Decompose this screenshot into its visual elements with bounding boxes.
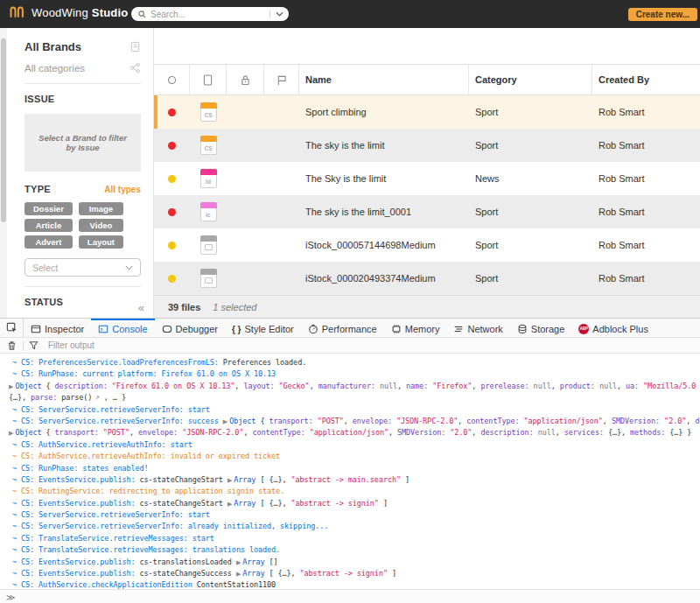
filter-output-input[interactable]: Filter output	[48, 340, 94, 350]
type-select-dropdown[interactable]: Select	[24, 258, 141, 277]
console-text: ~ CS: PreferencesService.loadPreferences…	[12, 358, 219, 367]
table-row[interactable]: IdThe Sky is the limitNewsRob Smart	[154, 162, 700, 195]
filter-icon[interactable]	[29, 340, 38, 350]
console-text: {	[256, 417, 269, 425]
all-categories-row[interactable]: All categories	[24, 62, 141, 74]
console-text: ,	[556, 428, 564, 437]
tab-label: Style Editor	[245, 324, 294, 334]
console-text: prerelease:	[480, 382, 528, 390]
type-filter-layout[interactable]: Layout	[79, 235, 123, 249]
table-row[interactable]: iStock_000020493374MediumSportRob Smart	[154, 262, 700, 295]
console-text: contentType:	[466, 417, 519, 425]
console-text: "2.0"	[660, 417, 686, 425]
console-text: ~ CS: ServerService.retrieveServerInfo: …	[12, 417, 223, 425]
categories-share-icon[interactable]	[130, 62, 141, 74]
table-row[interactable]: IcThe sky is the limit_0001SportRob Smar…	[154, 195, 700, 228]
console-text: "JSON-RPC-2.0"	[392, 417, 458, 425]
collapse-sidebar-icon[interactable]: «	[138, 301, 144, 314]
console-text: "POST"	[99, 428, 130, 437]
tab-memory[interactable]: Memory	[384, 319, 447, 337]
jump-to-definition-icon[interactable]: ↗	[92, 394, 99, 402]
console-text: "application/json"	[305, 428, 388, 437]
name-column-header[interactable]: Name	[299, 65, 469, 95]
console-text: parse:	[31, 393, 57, 402]
file-created-by: Rob Smart	[592, 207, 700, 217]
console-text: "abstract -> signin"	[300, 569, 388, 578]
console-text: ,	[310, 382, 318, 390]
file-type-label: CS	[204, 145, 212, 151]
pick-element-icon[interactable]	[0, 319, 24, 337]
console-message: ~ CS: EventsService.publish: cs-stateCha…	[0, 498, 700, 509]
search-input[interactable]: Search...	[131, 7, 289, 21]
tab-adblock-plus[interactable]: ABPAdblock Plus	[571, 319, 655, 337]
tab-label: Debugger	[176, 324, 218, 334]
type-filter-image[interactable]: Image	[79, 202, 123, 215]
console-icon	[98, 324, 108, 334]
tab-network[interactable]: Network	[446, 319, 509, 337]
category-column-header[interactable]: Category	[469, 65, 592, 95]
flag-column-header[interactable]	[264, 65, 299, 95]
tab-label: Performance	[322, 324, 377, 334]
all-brands-row[interactable]: All Brands	[24, 40, 141, 53]
console-text: ,	[344, 417, 353, 425]
status-dot-icon	[168, 208, 176, 216]
tab-label: Console	[112, 324, 147, 334]
file-created-by: Rob Smart	[592, 173, 700, 184]
lock-column-header[interactable]	[227, 65, 264, 95]
tab-storage[interactable]: Storage	[510, 319, 572, 337]
tab-debugger[interactable]: Debugger	[155, 319, 225, 337]
type-filter-video[interactable]: Video	[79, 219, 123, 232]
scrollbar-thumb[interactable]	[1, 39, 6, 222]
type-filter-dossier[interactable]: Dossier	[24, 202, 73, 215]
createdby-column-header[interactable]: Created By	[592, 65, 700, 95]
console-text: ~ CS: EventsService.publish:	[12, 569, 140, 578]
console-text: ~ CS: TranslateService.retrieveMessages:…	[12, 545, 280, 554]
console-text: "abstract -> signin"	[291, 499, 379, 508]
tab-console[interactable]: Console	[91, 319, 154, 337]
console-input-row[interactable]: ≫	[0, 589, 700, 603]
console-text: , … }	[100, 393, 126, 402]
console-text: [ {…},	[256, 475, 290, 484]
filetype-column-header[interactable]	[190, 65, 227, 95]
console-text: envelope:	[353, 417, 392, 425]
console-text: transport:	[269, 417, 312, 425]
table-row[interactable]: CSThe sky is the limitSportRob Smart	[154, 129, 700, 162]
console-message: ~ CS: EventsService.publish: cs-stateCha…	[0, 568, 700, 579]
console-text: ]	[401, 475, 410, 484]
select-chevron-icon	[125, 265, 133, 270]
sidebar-scrollbar[interactable]	[0, 28, 7, 318]
console-text: ,	[458, 417, 466, 425]
table-row[interactable]: CSSport climbingSportRob Smart	[154, 95, 700, 129]
create-new-button[interactable]: Create new...	[628, 8, 697, 21]
console-output: ~ CS: PreferencesService.loadPreferences…	[0, 354, 700, 589]
clear-console-icon[interactable]	[7, 340, 17, 351]
console-text: ~ CS: RunPhase: current platform: Firefo…	[12, 369, 276, 378]
file-category: Sport	[469, 273, 592, 284]
console-text: []	[264, 557, 277, 566]
search-dropdown-chevron-icon[interactable]	[276, 11, 284, 17]
console-text: ,	[397, 382, 406, 390]
console-message: ~ CS: ServerService.retrieveServerInfo: …	[0, 521, 700, 532]
status-column-header[interactable]	[154, 65, 190, 95]
tab-inspector[interactable]: Inspector	[24, 319, 91, 337]
woodwing-logo-icon	[9, 5, 26, 19]
console-message: ▶ Object { transport: "POST", envelope: …	[0, 427, 700, 438]
debugger-icon	[162, 324, 172, 334]
type-filter-article[interactable]: Article	[24, 219, 73, 232]
console-text: null	[595, 382, 617, 390]
all-categories-label: All categories	[24, 63, 85, 74]
console-message: ~ CS: RoutingService: redirecting to app…	[0, 486, 700, 497]
file-name: iStock_000020493374Medium	[299, 273, 469, 284]
tab-performance[interactable]: Performance	[301, 319, 384, 337]
all-types-link[interactable]: All types	[104, 185, 141, 194]
console-text: ,	[551, 382, 560, 390]
console-message: ~ CS: ServerService.retrieveServerInfo: …	[0, 404, 700, 416]
console-text: ~ CS: ServerService.retrieveServerInfo: …	[12, 522, 328, 530]
table-row[interactable]: iStock_000057144698MediumSportRob Smart	[154, 228, 700, 262]
console-text: envelope:	[138, 428, 178, 437]
console-message: ~ CS: EventsService.publish: cs-translat…	[0, 557, 700, 568]
type-filter-advert[interactable]: Advert	[24, 235, 73, 249]
console-message: ~ CS: TranslateService.retrieveMessages:…	[0, 544, 700, 556]
tab-style-editor[interactable]: { }Style Editor	[225, 319, 301, 337]
brands-book-icon[interactable]	[130, 41, 141, 53]
